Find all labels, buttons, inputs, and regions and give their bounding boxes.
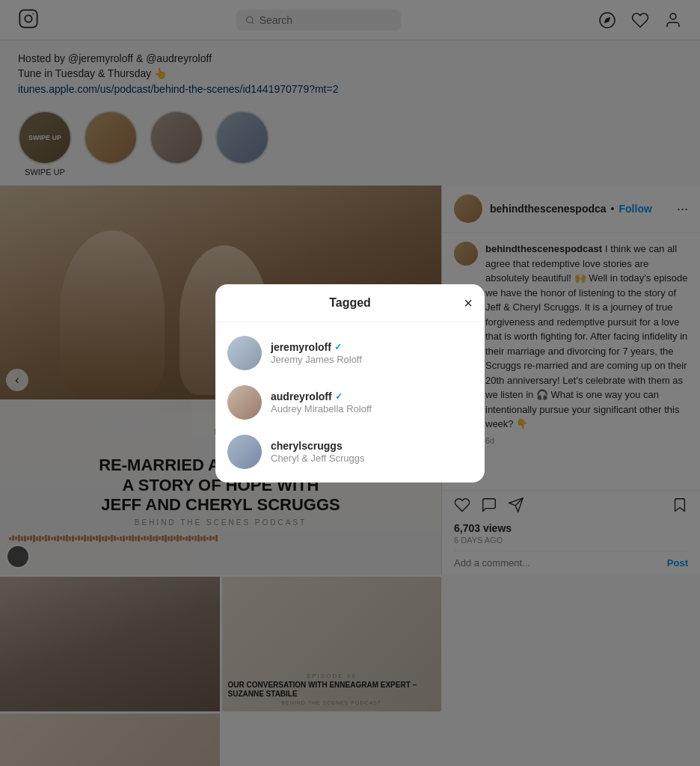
tagged-user-1[interactable]: jeremyroloff ✓ Jeremy James Roloff <box>215 328 485 378</box>
modal-title: Tagged <box>329 296 371 310</box>
tagged-username-2: audreyroloff ✓ <box>271 390 372 402</box>
modal-overlay[interactable]: Tagged × jeremyroloff ✓ Jeremy James Rol… <box>0 0 700 766</box>
tagged-fullname-1: Jeremy James Roloff <box>271 354 362 365</box>
tagged-fullname-3: Cheryl & Jeff Scruggs <box>271 453 364 464</box>
tagged-avatar-1 <box>227 336 262 370</box>
tagged-info-2: audreyroloff ✓ Audrey Mirabella Roloff <box>271 390 372 414</box>
tagged-list: jeremyroloff ✓ Jeremy James Roloff audre… <box>215 322 485 482</box>
tagged-fullname-2: Audrey Mirabella Roloff <box>271 403 372 414</box>
verified-badge-2: ✓ <box>335 391 343 402</box>
tagged-user-3[interactable]: cherylscruggs Cheryl & Jeff Scruggs <box>215 427 485 477</box>
tagged-avatar-3 <box>227 435 262 469</box>
verified-badge-1: ✓ <box>334 342 342 352</box>
tagged-username-1: jeremyroloff ✓ <box>271 341 362 353</box>
tagged-username-3: cherylscruggs <box>271 440 364 452</box>
tagged-modal: Tagged × jeremyroloff ✓ Jeremy James Rol… <box>215 284 485 482</box>
tagged-user-2[interactable]: audreyroloff ✓ Audrey Mirabella Roloff <box>215 378 485 427</box>
modal-header: Tagged × <box>215 284 485 322</box>
modal-close-button[interactable]: × <box>464 295 473 310</box>
tagged-info-1: jeremyroloff ✓ Jeremy James Roloff <box>271 341 362 365</box>
tagged-avatar-2 <box>227 385 262 420</box>
tagged-info-3: cherylscruggs Cheryl & Jeff Scruggs <box>271 440 364 464</box>
